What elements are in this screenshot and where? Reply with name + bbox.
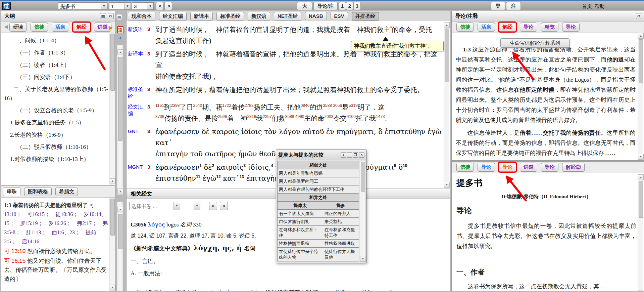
outline-scrollbar[interactable]: ▼ xyxy=(109,33,115,184)
tab-导论[interactable]: 导论 xyxy=(499,163,516,172)
bible-scrollbar-thumb[interactable] xyxy=(445,29,449,82)
outline-item[interactable]: （三）问安语（1:4下） xyxy=(1,73,109,82)
comparison-scrollbar-thumb[interactable] xyxy=(361,162,365,192)
scroll-up-icon[interactable]: ▲ xyxy=(444,22,450,28)
commentary-series-button[interactable]: 生命宝训解经注释系列 xyxy=(500,38,569,48)
tab-讲道[interactable]: 讲道 xyxy=(520,163,537,172)
tab-信徒[interactable]: 信徒 xyxy=(456,163,474,172)
tab-活泉[interactable]: 活泉 xyxy=(52,23,69,32)
verse-ref[interactable]: 可 13:10 xyxy=(4,248,26,254)
scroll-up-icon[interactable]: ▲ xyxy=(117,207,123,212)
dict-left-scrollbar-thumb[interactable] xyxy=(118,214,122,249)
outline-item[interactable]: （一）设立合格的长老（1:5-9） xyxy=(1,106,109,115)
tab-标准圣经[interactable]: 标准圣经 xyxy=(216,12,244,21)
cross-reference-list[interactable]: 1:3 藉着传扬的工夫把他的道显明了 可13:10； 可16:15； 徒10:3… xyxy=(4,201,108,246)
restore-window-icon[interactable]: ❐ xyxy=(353,152,358,158)
chevron-down-icon[interactable]: ▼ xyxy=(147,3,153,9)
list-icon[interactable]: ▤ xyxy=(100,13,106,19)
login-button[interactable]: 登录 xyxy=(491,2,505,10)
comparison-window-titlebar[interactable]: 提摩太与提多的比较 ＋ － ❐ × xyxy=(276,150,366,160)
next-verse-button[interactable]: > xyxy=(164,2,172,10)
help-link[interactable]: 帮助 xyxy=(595,3,605,10)
columns-icon[interactable]: ▤ xyxy=(116,14,122,20)
version-label[interactable]: GNT xyxy=(128,126,147,160)
version-label[interactable]: MGNT xyxy=(128,162,147,184)
prev-verse-button[interactable]: < xyxy=(156,2,163,10)
book-select[interactable]: 提多书 ▼ xyxy=(58,2,107,10)
tab-导论[interactable]: 导论 xyxy=(520,23,537,32)
tab-讲道[interactable]: 讲道 xyxy=(94,23,111,32)
tab-信徒[interactable]: 信徒 xyxy=(31,23,48,32)
scroll-down-icon[interactable]: ▼ xyxy=(110,178,115,184)
concordance-scrollbar[interactable]: ▼ xyxy=(109,198,115,291)
register-button[interactable]: 注册 xyxy=(506,2,521,10)
tab-希腊文[interactable]: 希腊文 xyxy=(55,187,78,196)
verse-select[interactable]: 3 ▼ xyxy=(132,2,154,10)
outline-item[interactable]: （二）读者（1:4上） xyxy=(1,61,109,70)
outline-item[interactable]: （一）作者（1:1-3） xyxy=(1,48,109,57)
tab-NET圣经[interactable]: NET圣经 xyxy=(274,12,301,21)
chevron-down-icon[interactable]: ▼ xyxy=(101,3,107,9)
scroll-down-icon[interactable]: ▼ xyxy=(444,182,450,187)
tab-图和表格[interactable]: 图和表格 xyxy=(24,187,52,196)
bible-left-scrollbar-thumb[interactable] xyxy=(118,57,122,141)
tab-并排圣经[interactable]: 并排圣经 xyxy=(352,12,379,21)
tab-精览[interactable]: 精览 xyxy=(541,23,558,32)
tab-导论[interactable]: 导论 xyxy=(562,23,580,32)
tab-新汉语[interactable]: 新汉语 xyxy=(248,12,270,21)
tab-现和合本[interactable]: 现和合本 xyxy=(128,12,155,21)
chevron-down-icon[interactable]: ▼ xyxy=(194,202,200,210)
related-book-select[interactable]: 选择书卷 ... ▼ xyxy=(129,202,180,210)
commentary-scrollbar-thumb[interactable] xyxy=(639,39,643,83)
tab-导论[interactable]: 导论 xyxy=(478,163,495,172)
comparison-scrollbar[interactable]: ▼ xyxy=(360,161,365,262)
scroll-up-icon[interactable]: ▲ xyxy=(638,33,644,39)
chapter-select[interactable]: 1 ▼ xyxy=(109,2,131,10)
bible-scrollbar[interactable]: ▲ ▼ xyxy=(444,22,449,188)
outline-button[interactable]: 大纲 xyxy=(297,2,312,10)
tab-活泉[interactable]: 活泉 xyxy=(478,23,495,32)
tab-NASB[interactable]: NASB xyxy=(305,12,327,20)
outline-scrollbar-thumb[interactable] xyxy=(110,34,115,91)
version-label[interactable]: 新汉语 xyxy=(128,24,147,46)
zoom-in-icon[interactable]: ＋ xyxy=(341,152,346,158)
scroll-down-icon[interactable]: ▼ xyxy=(360,256,366,262)
outline-item[interactable]: 二、关于长老及克里特的假教师（1:5-16） xyxy=(1,85,109,103)
version-label[interactable]: 经文汇编 xyxy=(128,102,147,124)
expand-right-icon[interactable]: ➜ xyxy=(117,35,122,41)
tab-串珠[interactable]: 串珠 xyxy=(3,187,20,196)
tab-新译本[interactable]: 新译本 xyxy=(190,12,213,21)
zoom-out-icon[interactable]: － xyxy=(347,152,352,158)
tab-经文汇编[interactable]: 经文汇编 xyxy=(159,12,187,21)
tabs-scroll-right-icon[interactable]: ▶ xyxy=(109,24,113,32)
outline-item[interactable]: （二）驳斥假教师（1:10-16） xyxy=(1,143,109,152)
layout-3-button[interactable]: 3 xyxy=(353,2,361,10)
layout-2-button[interactable]: 2 xyxy=(346,2,353,10)
close-icon[interactable]: × xyxy=(359,152,364,158)
refresh-icon[interactable]: ⟳ xyxy=(108,13,114,19)
version-label[interactable]: 新译本 xyxy=(128,49,147,82)
outline-item[interactable]: 1.提多在克里特的任务（1:5） xyxy=(1,118,109,127)
verse-ref[interactable]: 可 16:15 xyxy=(4,258,26,264)
scroll-down-icon[interactable]: ▼ xyxy=(117,189,123,194)
tab-解经[interactable]: 解经 xyxy=(499,23,516,32)
refresh-icon[interactable]: ⟳ xyxy=(636,13,642,19)
scroll-down-icon[interactable]: ▼ xyxy=(110,285,115,290)
concordance-scrollbar-thumb[interactable] xyxy=(110,199,115,236)
bible-left-scrollbar[interactable]: ▲ ▼ xyxy=(117,45,123,195)
chevron-down-icon[interactable]: ▼ xyxy=(124,3,131,9)
related-chapter-select[interactable]: ▼ xyxy=(183,202,200,210)
dao-badge-icon[interactable]: 道 xyxy=(117,26,123,33)
tab-信徒[interactable]: 信徒 xyxy=(456,23,474,32)
outline-item[interactable]: 一、问候（1:1-4） xyxy=(1,36,109,45)
related-next-button[interactable]: > xyxy=(220,202,228,210)
commentary-scrollbar[interactable]: ▲ ▼ xyxy=(638,33,643,160)
tab-解经②[interactable]: 解经② xyxy=(562,163,585,172)
intro-commentary-button[interactable]: 导论/注释 xyxy=(313,2,338,10)
version-label[interactable]: NASB xyxy=(128,186,147,188)
scroll-up-icon[interactable]: ▲ xyxy=(638,174,644,180)
tab-解经[interactable]: 解经 xyxy=(73,23,90,32)
home-link[interactable]: 首页 xyxy=(582,3,592,10)
layout-1-button[interactable]: 1 xyxy=(339,2,346,10)
outline-item[interactable]: 1.对假教师的描绘（1:10-13上） xyxy=(1,155,109,164)
